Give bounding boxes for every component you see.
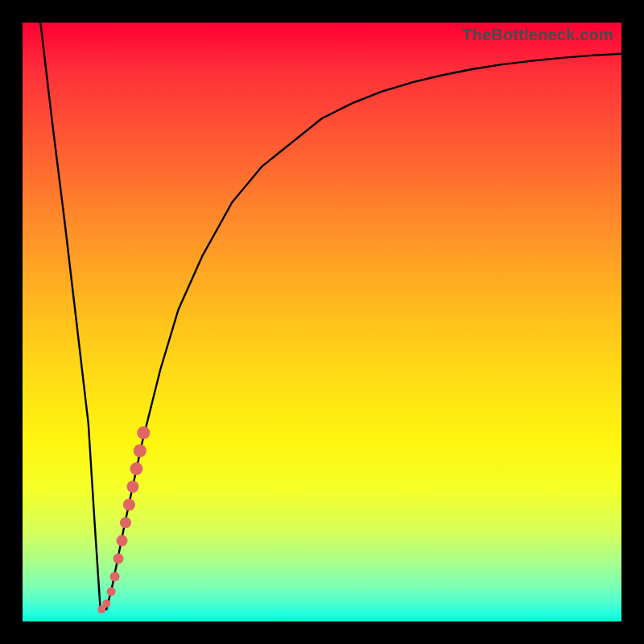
chart-frame: TheBottleneck.com — [0, 0, 644, 644]
highlight-dot — [110, 572, 120, 581]
highlight-dot — [120, 517, 131, 528]
highlight-dot — [134, 444, 147, 457]
highlight-dot — [114, 553, 124, 564]
highlight-dot — [107, 587, 116, 596]
highlight-dot — [130, 462, 142, 475]
highlight-dot — [123, 498, 135, 510]
plot-area: TheBottleneck.com — [23, 23, 621, 621]
highlight-dot — [102, 600, 110, 608]
highlight-dot — [117, 535, 128, 547]
highlight-dot — [126, 481, 138, 493]
highlight-dot — [137, 427, 150, 440]
chart-svg — [23, 23, 621, 621]
highlight-dots-group — [97, 427, 150, 614]
